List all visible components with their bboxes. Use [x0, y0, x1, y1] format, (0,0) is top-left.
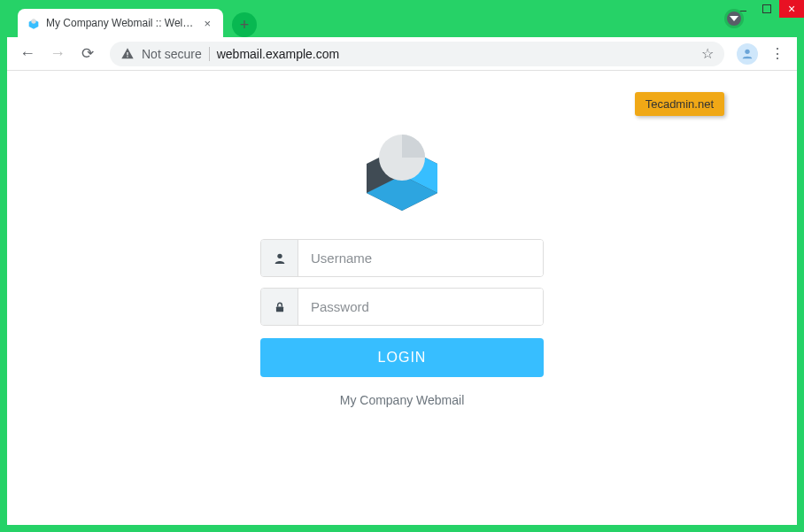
- username-input[interactable]: [298, 240, 543, 276]
- user-icon: [261, 240, 298, 276]
- bookmark-star-icon[interactable]: ☆: [701, 45, 714, 62]
- not-secure-label: Not secure: [142, 47, 202, 61]
- roundcube-logo-icon: [349, 124, 455, 212]
- nav-reload-button[interactable]: [74, 41, 101, 67]
- svg-rect-6: [275, 306, 282, 312]
- password-input[interactable]: [298, 289, 543, 325]
- tab-close-icon[interactable]: ×: [200, 15, 214, 32]
- browser-toolbar: Not secure webmail.example.com ☆ ⋮: [7, 37, 797, 71]
- svg-rect-2: [127, 56, 128, 57]
- svg-point-5: [277, 253, 282, 258]
- separator: [209, 47, 210, 61]
- username-row: [260, 239, 544, 277]
- login-form: LOGIN My Company Webmail: [260, 239, 544, 407]
- password-row: [260, 288, 544, 326]
- lock-icon: [261, 289, 298, 325]
- new-tab-button[interactable]: +: [232, 12, 257, 37]
- not-secure-icon: [120, 47, 135, 61]
- url-text: webmail.example.com: [217, 47, 340, 61]
- product-caption: My Company Webmail: [260, 393, 544, 407]
- address-bar[interactable]: Not secure webmail.example.com ☆: [110, 42, 724, 66]
- svg-rect-1: [127, 52, 128, 55]
- login-button[interactable]: LOGIN: [260, 338, 544, 377]
- nav-back-button[interactable]: [14, 41, 41, 67]
- page-content: Tecadmin.net: [7, 71, 797, 525]
- overlay-badge: Tecadmin.net: [635, 92, 724, 116]
- roundcube-favicon-icon: [27, 16, 41, 30]
- account-switcher-icon[interactable]: [724, 9, 744, 28]
- nav-forward-button[interactable]: [44, 41, 71, 67]
- tab-title: My Company Webmail :: Welcom: [46, 17, 195, 29]
- svg-point-3: [745, 49, 749, 53]
- browser-tab[interactable]: My Company Webmail :: Welcom ×: [18, 9, 223, 37]
- browser-menu-button[interactable]: ⋮: [765, 42, 790, 66]
- svg-point-0: [31, 19, 35, 23]
- tab-strip: My Company Webmail :: Welcom × +: [7, 7, 797, 37]
- profile-avatar-icon[interactable]: [737, 43, 758, 65]
